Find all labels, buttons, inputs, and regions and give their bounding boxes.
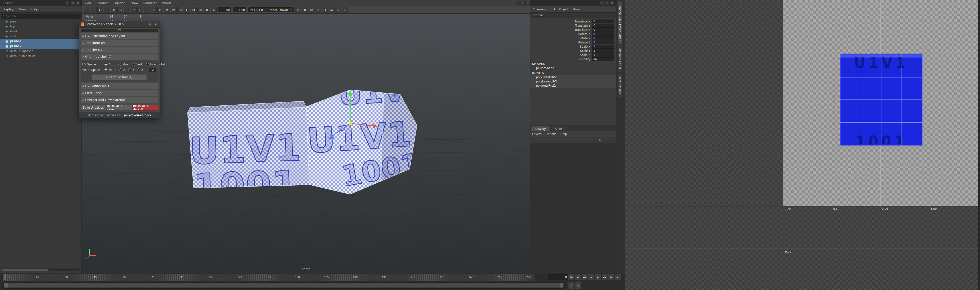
pane-menu-icon[interactable]: ⋮ xyxy=(515,1,520,5)
gate-mask-icon[interactable]: ◨ xyxy=(191,7,197,13)
reset-ui-to-default-button[interactable]: Reset UI to default xyxy=(133,105,158,111)
channel-input-node[interactable]: polyTweakUV2 xyxy=(530,75,616,79)
cube-meshes[interactable]: U1V1 1001 U1V1 1001 U1V1 xyxy=(188,72,427,209)
timeline-tick-label[interactable]: 105 xyxy=(208,276,213,279)
go-to-start-icon[interactable]: |◀ xyxy=(568,274,574,280)
menu-item[interactable]: Channels xyxy=(531,8,548,11)
time-slider[interactable]: 0153045607590105120135150165180195210225… xyxy=(3,274,535,281)
channel-input-node[interactable]: polyLayoutUV2 xyxy=(530,79,616,84)
timeline-tick-label[interactable]: 135 xyxy=(266,276,271,279)
menu-item[interactable]: Panels xyxy=(159,2,174,5)
attribute-value[interactable]: 0 xyxy=(592,28,614,32)
play-backwards-icon[interactable]: ◀ xyxy=(588,274,594,280)
attribute-value[interactable]: 1 xyxy=(592,49,614,53)
menu-item[interactable]: View xyxy=(82,2,94,5)
outliner-item[interactable]: ▩ pCube2 xyxy=(0,44,81,49)
step-forward-frame-icon[interactable]: |▶ xyxy=(608,274,614,280)
play-forwards-icon[interactable]: ▶ xyxy=(595,274,601,280)
layer-editor-tab[interactable]: Anim xyxy=(550,126,566,131)
radio-option[interactable]: Vert. xyxy=(132,63,143,66)
pane-menu-icon[interactable]: ⋮ xyxy=(65,1,70,5)
go-to-end-icon[interactable]: ▶| xyxy=(615,274,621,280)
dialog-section-header[interactable]: ▸ Transfer UV xyxy=(81,47,158,53)
menu-item[interactable]: Options xyxy=(544,132,558,136)
view-transform-dropdown[interactable]: ACES 1.0 SDR-video (sRGB) ▾ xyxy=(248,7,294,12)
dialog-section-header[interactable]: ▸ Error Check xyxy=(81,90,158,96)
orient-angle-field[interactable]: 2 xyxy=(150,68,156,72)
dialog-section-header[interactable]: ▸ UV Distribution and Layout xyxy=(81,33,158,39)
shape-node[interactable]: pCubeShape1 xyxy=(530,66,616,70)
safe-title-icon[interactable]: ◈ xyxy=(211,7,216,13)
scale-tool-icon[interactable]: ◱ xyxy=(117,7,123,13)
xray-icon[interactable]: ◎ xyxy=(335,7,341,13)
radio-option[interactable]: X xyxy=(119,68,125,71)
timeline-tick-label[interactable]: 75 xyxy=(151,276,154,279)
grid-icon[interactable]: ▤ xyxy=(171,7,177,13)
channel-attribute-row[interactable]: Scale Y 1 xyxy=(530,49,616,53)
channel-attribute-row[interactable]: Rotate Y 0 xyxy=(530,36,616,40)
lights-icon[interactable]: ☀ xyxy=(315,7,321,13)
menu-item[interactable]: Show xyxy=(16,8,29,11)
autokey-icon[interactable]: ● xyxy=(575,282,581,289)
polyraven-link[interactable]: polyraven.com/uv xyxy=(124,114,151,117)
pane-tearoff-icon[interactable]: □ xyxy=(520,1,525,5)
radio-option[interactable]: Y xyxy=(128,68,134,71)
timeline-tick-label[interactable]: 15 xyxy=(36,276,39,279)
channel-attribute-row[interactable]: Visibility on xyxy=(530,57,616,61)
sidebar-tab[interactable]: Attribute Editor xyxy=(617,45,622,73)
attribute-value[interactable]: 0 xyxy=(592,40,614,44)
layer-move-icon[interactable]: ⇅ xyxy=(598,138,602,142)
exposure-field[interactable]: 0.00 xyxy=(218,7,231,12)
timeline-tick-label[interactable]: 225 xyxy=(439,276,444,279)
step-back-key-icon[interactable]: ◀◀ xyxy=(582,274,588,280)
sidebar-tab[interactable]: Channel Box / Layer Editor xyxy=(617,1,622,44)
dialog-section-header-orient[interactable]: ▾ Orient UV shell(s) xyxy=(81,54,158,60)
dialog-section-header[interactable]: ▸ UV Editing Tools xyxy=(81,83,158,89)
attribute-value[interactable]: 0 xyxy=(592,19,614,24)
pane-tearoff-icon[interactable]: □ xyxy=(605,1,609,5)
uv-shell[interactable]: U1V1 1001 xyxy=(840,54,923,145)
resolution-gate-icon[interactable]: ◧ xyxy=(184,7,190,13)
radio-option[interactable]: Z xyxy=(137,68,143,71)
channel-attribute-row[interactable]: Translate Z 0 xyxy=(530,28,616,32)
save-ui-values-button[interactable]: Save UI values xyxy=(81,105,106,111)
dialog-section-header[interactable]: ▸ Transform UV xyxy=(81,40,158,46)
timeline-tick-label[interactable]: 45 xyxy=(94,276,97,279)
isolate-select-icon[interactable]: ▽ xyxy=(342,7,348,13)
attribute-value[interactable]: 1 xyxy=(592,53,614,57)
rotate-tool-icon[interactable]: ↻ xyxy=(111,7,116,13)
timeline-tick-label[interactable]: 30 xyxy=(65,276,68,279)
timeline-tick-label[interactable]: 0 xyxy=(8,276,9,279)
outliner-item[interactable]: ◻ defaultObjectSet xyxy=(0,54,81,59)
outliner-item[interactable]: ◉ front xyxy=(0,29,81,34)
outliner-horizontal-scrollbar[interactable] xyxy=(1,269,80,271)
menu-item[interactable]: Help xyxy=(558,132,569,136)
pane-menu-icon[interactable]: ⋮ xyxy=(600,1,604,5)
reset-ui-to-saved-button[interactable]: Reset UI to saved xyxy=(107,105,132,111)
current-frame-marker[interactable] xyxy=(4,274,6,280)
menu-item[interactable]: Shading xyxy=(94,2,111,5)
channel-attribute-row[interactable]: Scale Z 1 xyxy=(530,53,616,57)
timeline-tick-label[interactable]: 255 xyxy=(497,276,502,279)
image-plane-icon[interactable]: ▦ xyxy=(164,7,170,13)
textured-icon[interactable]: ▨ xyxy=(309,7,315,13)
menu-item[interactable]: Show xyxy=(128,2,141,5)
timeline-tick-label[interactable]: 270 xyxy=(526,276,531,279)
camera-lock-icon[interactable]: ⊠ xyxy=(158,7,163,13)
uv-editor-panel[interactable]: U1V1 1001 0.700.800.901.000.00 xyxy=(625,0,980,290)
move-tool-icon[interactable]: + xyxy=(104,7,110,13)
attribute-value[interactable]: on xyxy=(592,57,614,61)
radio-option[interactable]: None xyxy=(105,68,116,71)
pane-close-icon[interactable]: × xyxy=(76,1,80,5)
select-tool-icon[interactable]: ▢ xyxy=(84,7,90,13)
outliner-item[interactable]: ◉ side xyxy=(0,34,81,39)
radio-option[interactable]: Horizontal xyxy=(146,63,165,66)
current-frame-field[interactable]: 0 xyxy=(548,274,569,280)
channel-attribute-row[interactable]: Rotate X 0 xyxy=(530,32,616,36)
ao-icon[interactable]: ◒ xyxy=(329,7,334,13)
pane-tearoff-icon[interactable]: □ xyxy=(70,1,75,5)
channel-attribute-row[interactable]: Translate X 0 xyxy=(530,19,616,24)
menu-item[interactable]: Help xyxy=(29,8,40,11)
lasso-tool-icon[interactable]: ◌ xyxy=(91,7,97,13)
field-chart-icon[interactable]: ▥ xyxy=(197,7,203,13)
